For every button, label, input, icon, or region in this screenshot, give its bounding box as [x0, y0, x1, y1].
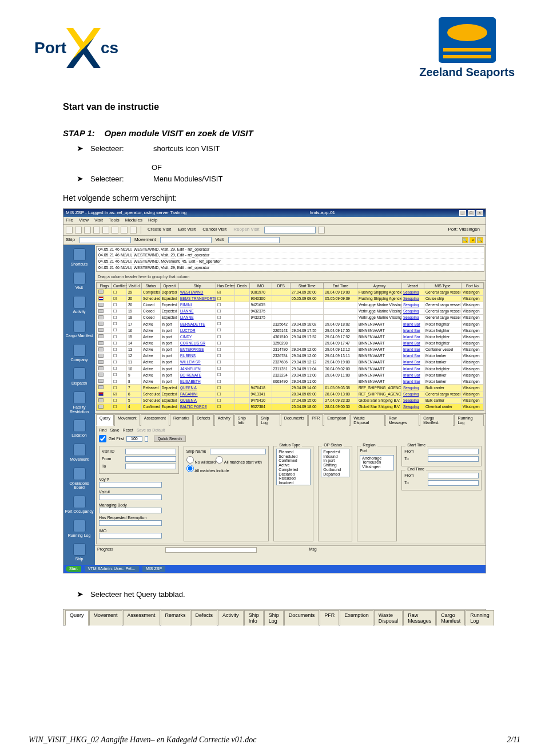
cell-ship[interactable]: CORNELIS SR — [179, 340, 216, 346]
grid-header[interactable]: End Time — [324, 283, 357, 289]
recent-list[interactable]: 04.05.21 46 NLVLI, WESTEWIND, Visit, 29,… — [96, 246, 484, 272]
taskbar-task[interactable]: VTMISAdmin: User:: Pet… — [85, 566, 139, 572]
table-row[interactable]: 13 Active In port ENTERPRISE 2314780 29.… — [97, 346, 484, 353]
tab-ship info[interactable]: Ship Info — [234, 414, 257, 426]
list-item[interactable]: Inbound — [322, 454, 348, 459]
table-row[interactable]: 10 Active In port JANNELIEN 2311351 29.0… — [97, 366, 484, 372]
table-row[interactable]: 9 Active In port BO RENATE 2323234 29.04… — [97, 372, 484, 378]
cell-vessel[interactable]: Inland Bar — [401, 321, 424, 327]
list-item[interactable]: Adjustment — [277, 485, 309, 486]
sidebar-item[interactable]: Visit — [65, 271, 94, 291]
close-icon[interactable]: × — [476, 210, 483, 216]
getfirst-value[interactable]: 100 — [126, 436, 142, 442]
cell-vessel[interactable]: Inland Bar — [401, 346, 424, 353]
maximize-icon[interactable]: □ — [468, 210, 475, 216]
grid-header[interactable]: Decla — [234, 283, 249, 289]
table-row[interactable]: 15 Active In port CINDY 4301510 29.04.09… — [97, 334, 484, 340]
list-item[interactable]: Vlissingen — [361, 465, 393, 469]
list-item[interactable]: Declared — [277, 472, 309, 477]
cell-ship[interactable]: WESTEWIND — [179, 289, 216, 295]
list-item[interactable]: In port — [322, 458, 348, 463]
table-row[interactable]: 20 Scheduled Expected EEMS TRANSPORTER 9… — [97, 295, 484, 302]
edit-visit-button[interactable]: Edit Visit — [176, 227, 198, 233]
cell-ship[interactable]: RUBENS — [179, 353, 216, 359]
menu-item-visit[interactable]: Visit — [94, 217, 103, 223]
tab-remarks[interactable]: Remarks — [161, 610, 190, 626]
ship-name-input[interactable] — [210, 449, 266, 454]
cell-vessel[interactable]: Inland Bar — [401, 340, 424, 346]
cell-ship[interactable]: CINDY — [179, 334, 216, 340]
cell-vessel[interactable]: Seagoing — [401, 302, 424, 308]
tab-ship log[interactable]: Ship Log — [257, 414, 280, 426]
match-radio[interactable]: All matches start with — [216, 460, 262, 464]
grid-header[interactable]: Status — [142, 283, 161, 289]
cell-ship[interactable]: JANNELIEN — [179, 366, 216, 372]
match-radio[interactable]: All matches include — [186, 469, 229, 473]
cell-ship[interactable]: BO RENATE — [179, 372, 216, 378]
field-input[interactable] — [99, 494, 162, 500]
tab-movement[interactable]: Movement — [114, 414, 140, 426]
cell-vessel[interactable]: Seagoing — [401, 391, 424, 397]
grid-header[interactable]: IMO — [249, 283, 272, 289]
close-icon[interactable]: × — [470, 237, 476, 243]
cell-ship[interactable]: LUCTOR — [179, 327, 216, 334]
tab-query[interactable]: Query — [96, 414, 114, 426]
cell-ship[interactable]: QUEEN A — [179, 385, 216, 391]
match-radio[interactable]: No wildcard — [186, 460, 216, 464]
end-to-input[interactable] — [428, 480, 479, 486]
menu-item-help[interactable]: Help — [148, 217, 157, 223]
quick-search-button[interactable]: Quick Search — [154, 436, 186, 442]
cancel-visit-button[interactable]: Cancel Visit — [200, 227, 229, 233]
toolbar-field[interactable] — [264, 227, 316, 233]
create-visit-button[interactable]: Create Visit — [145, 227, 173, 233]
table-row[interactable]: 12 Active In port RUBENS 2326784 29.04.0… — [97, 353, 484, 359]
tab-waste disposal[interactable]: Waste Disposal — [350, 414, 384, 426]
grid-header[interactable]: Conflicts — [112, 283, 127, 289]
sidebar-item[interactable]: Location — [65, 418, 94, 439]
sidebar[interactable]: ShortcutsVisitActivityCargo ManifestComp… — [63, 245, 95, 565]
start-to-input[interactable] — [428, 456, 479, 462]
visit-field[interactable] — [228, 237, 280, 243]
list-item[interactable]: Invoiced — [277, 481, 309, 485]
start-button[interactable]: Start — [66, 566, 81, 572]
cell-ship[interactable]: LIANNE — [179, 314, 216, 320]
from-input[interactable] — [125, 456, 176, 462]
minimize-icon[interactable]: _ — [459, 210, 466, 216]
tab-exemption[interactable]: Exemption — [324, 414, 349, 426]
cell-vessel[interactable]: Seagoing — [401, 397, 424, 403]
table-row[interactable]: 6 Scheduled Expected PAGANINI 9413341 28… — [97, 391, 484, 397]
sidebar-item[interactable]: Port Occupancy — [65, 494, 94, 515]
group-hint[interactable]: Drag a column header here to group by th… — [95, 273, 486, 282]
sidebar-item[interactable]: Ship — [65, 542, 94, 563]
ship-field[interactable] — [79, 237, 131, 243]
cell-ship[interactable]: ELISABETH — [179, 378, 216, 385]
toolbar-dropdown-icon[interactable] — [318, 227, 325, 233]
tab-activity[interactable]: Activity — [214, 414, 234, 426]
tab-exemption[interactable]: Exemption — [340, 610, 373, 626]
toolbar-icon[interactable] — [66, 227, 73, 233]
tab-waste disposal[interactable]: Waste Disposal — [374, 610, 403, 626]
menu-item-modules[interactable]: Modules — [125, 217, 142, 223]
grid-header[interactable]: DFS — [272, 283, 291, 289]
tab-pfr[interactable]: PFR — [320, 610, 339, 626]
tab-assessment[interactable]: Assessment — [141, 414, 169, 426]
cell-vessel[interactable]: Seagoing — [401, 295, 424, 302]
recent-row[interactable]: 04.05.21 46 NLVLI, WESTEWIND, Visit, 29,… — [97, 265, 484, 271]
table-row[interactable]: 18 Closed Expected LIANNE 9432375 Verbru… — [97, 314, 484, 320]
table-row[interactable]: 5 Scheduled Expected QUEEN A 9476410 27.… — [97, 397, 484, 403]
table-row[interactable]: 11 Active In port WILLEM SR 2327686 29.0… — [97, 359, 484, 365]
field-input[interactable] — [99, 533, 162, 539]
sidebar-item[interactable]: Cargo Manifest — [65, 319, 94, 339]
recent-row[interactable]: 04.05.21 46 NLVLI, WESTEWIND, Visit, 29,… — [97, 247, 484, 253]
list-item[interactable]: Scheduled — [277, 454, 309, 459]
tab-defects[interactable]: Defects — [193, 414, 214, 426]
find-icon[interactable]: 🔍 — [477, 237, 483, 243]
cell-vessel[interactable]: Inland Bar — [401, 359, 424, 365]
toolbar-icon[interactable] — [121, 227, 128, 233]
qp-reset-button[interactable]: Reset — [123, 428, 133, 432]
table-row[interactable]: 4 Confirmed Expected BALTIC FORCE 932738… — [97, 403, 484, 410]
list-item[interactable]: Released — [277, 476, 309, 481]
grid-header[interactable]: Vessel — [401, 283, 424, 289]
field-input[interactable] — [99, 520, 162, 526]
cell-ship[interactable]: LIANNE — [179, 308, 216, 314]
